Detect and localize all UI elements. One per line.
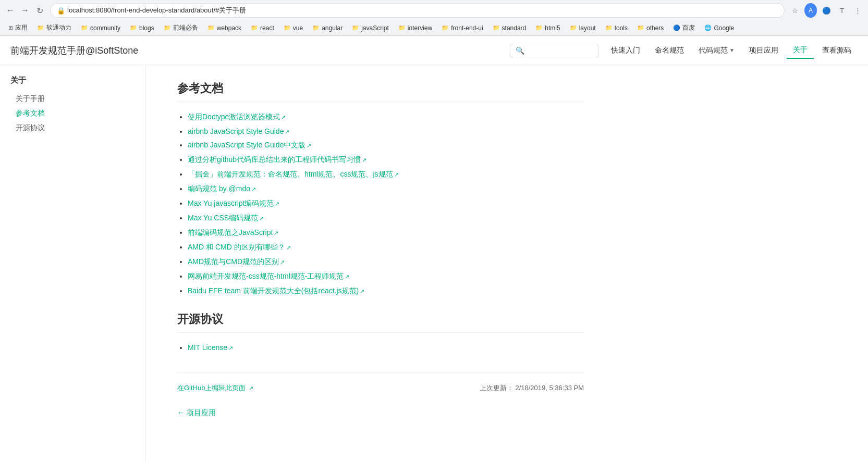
link-text: AMD规范与CMD规范的区别 bbox=[188, 257, 279, 266]
bookmark-blogs[interactable]: 📁 blogs bbox=[126, 23, 158, 33]
chevron-down-icon: ▼ bbox=[729, 47, 735, 53]
nav-naming-rules[interactable]: 命名规范 bbox=[649, 43, 690, 58]
nav-quick-start[interactable]: 快速入门 bbox=[605, 43, 646, 58]
list-item: airbnb JavaScript Style Guide中文版↗ bbox=[188, 141, 584, 150]
ref-link-12[interactable]: 网易前端开发规范-css规范-html规范-工程师规范↗ bbox=[188, 272, 349, 280]
bookmark-ruantong[interactable]: 📁 软通动力 bbox=[33, 22, 76, 33]
bookmark-angular[interactable]: 📁 angular bbox=[308, 23, 347, 33]
link-text: 前端编码规范之JavaScript bbox=[188, 228, 273, 236]
sidebar-item-about-manual[interactable]: 关于手册 bbox=[10, 92, 135, 106]
bookmark-javascript[interactable]: 📁 javaScript bbox=[348, 23, 393, 33]
bookmark-standard[interactable]: 📁 standard bbox=[488, 23, 531, 33]
bookmark-community[interactable]: 📁 community bbox=[77, 23, 125, 33]
last-updated-label: 上次更新： bbox=[480, 384, 514, 392]
folder-icon: 📁 bbox=[164, 24, 171, 31]
ref-link-4[interactable]: 通过分析github代码库总结出来的工程师代码书写习惯↗ bbox=[188, 155, 366, 164]
nav-view-source[interactable]: 查看源码 bbox=[816, 43, 858, 58]
mit-license-link[interactable]: MIT License↗ bbox=[188, 343, 233, 352]
bookmark-tools[interactable]: 📁 tools bbox=[601, 23, 632, 33]
ref-link-7[interactable]: Max Yu javascript编码规范↗ bbox=[188, 199, 279, 207]
bookmark-apps[interactable]: ⊞ 应用 bbox=[4, 22, 32, 33]
app-header: 前端开发规范手册@iSoftStone 🔍 快速入门 命名规范 代码规范 ▼ 项… bbox=[0, 36, 868, 65]
bookmark-frontend-ui[interactable]: 📁 front-end-ui bbox=[437, 23, 487, 33]
list-item: 使用Doctype激活浏览器模式↗ bbox=[188, 113, 584, 122]
bookmark-label: webpack bbox=[217, 24, 241, 32]
external-link-icon: ↗ bbox=[228, 345, 233, 351]
bookmark-label: vue bbox=[293, 24, 303, 32]
link-text: MIT License bbox=[188, 343, 227, 352]
bookmark-vue[interactable]: 📁 vue bbox=[279, 23, 307, 33]
bookmark-label: react bbox=[260, 24, 274, 32]
folder-icon: 📁 bbox=[207, 24, 215, 31]
ref-link-2[interactable]: airbnb JavaScript Style Guide↗ bbox=[188, 127, 289, 135]
nav-project-app[interactable]: 项目应用 bbox=[743, 43, 785, 58]
page-footer: 在GitHub上编辑此页面 ↗ 上次更新： 2/18/2019, 5:36:33… bbox=[177, 372, 584, 393]
ref-link-8[interactable]: Max Yu CSS编码规范↗ bbox=[188, 214, 264, 222]
bookmark-frontend-required[interactable]: 📁 前端必备 bbox=[160, 22, 202, 33]
bookmark-label: angular bbox=[322, 24, 343, 32]
back-button[interactable]: ← bbox=[4, 4, 17, 17]
edit-on-github-link[interactable]: 在GitHub上编辑此页面 ↗ bbox=[177, 383, 253, 393]
external-link-icon: ↗ bbox=[259, 215, 264, 221]
ref-link-10[interactable]: AMD 和 CMD 的区别有哪些？↗ bbox=[188, 243, 291, 251]
bookmark-label: 前端必备 bbox=[173, 23, 198, 32]
bookmark-baidu[interactable]: 🔵 百度 bbox=[669, 22, 699, 33]
external-link-icon: ↗ bbox=[285, 129, 289, 135]
bookmark-label: front-end-ui bbox=[451, 24, 483, 32]
ref-link-9[interactable]: 前端编码规范之JavaScript↗ bbox=[188, 228, 278, 236]
link-text: Max Yu javascript编码规范 bbox=[188, 199, 274, 207]
apps-icon: ⊞ bbox=[8, 24, 13, 31]
bookmark-others[interactable]: 📁 others bbox=[633, 23, 668, 33]
link-text: 通过分析github代码库总结出来的工程师代码书写习惯 bbox=[188, 155, 361, 164]
list-item: AMD 和 CMD 的区别有哪些？↗ bbox=[188, 243, 584, 252]
bookmark-star-button[interactable]: ☆ bbox=[789, 4, 801, 17]
link-text: 「掘金」前端开发规范：命名规范、html规范、css规范、js规范 bbox=[188, 170, 393, 178]
list-item: 通过分析github代码库总结出来的工程师代码书写习惯↗ bbox=[188, 155, 584, 165]
prev-label: 项目应用 bbox=[187, 408, 216, 417]
address-bar[interactable]: 🔒 localhost:8080/front-end-develop-stand… bbox=[50, 3, 785, 18]
bookmark-react[interactable]: 📁 react bbox=[247, 23, 278, 33]
folder-icon: 📁 bbox=[130, 24, 137, 31]
sidebar-item-open-source[interactable]: 开源协议 bbox=[10, 121, 135, 135]
bookmark-label: community bbox=[90, 24, 120, 32]
translate-button[interactable]: T bbox=[836, 4, 848, 17]
bookmark-google[interactable]: 🌐 Google bbox=[700, 23, 738, 33]
ref-link-6[interactable]: 编码规范 by @mdo↗ bbox=[188, 184, 256, 193]
baidu-icon: 🔵 bbox=[673, 24, 680, 31]
bookmarks-bar: ⊞ 应用 📁 软通动力 📁 community 📁 blogs 📁 前端必备 📁… bbox=[0, 21, 868, 35]
list-item: MIT License↗ bbox=[188, 343, 584, 352]
forward-button[interactable]: → bbox=[19, 4, 31, 17]
ref-link-5[interactable]: 「掘金」前端开发规范：命名规范、html规范、css规范、js规范↗ bbox=[188, 170, 399, 178]
menu-button[interactable]: ⋮ bbox=[851, 4, 864, 17]
lock-icon: 🔒 bbox=[57, 7, 65, 15]
ref-link-13[interactable]: Baidu EFE team 前端开发规范大全(包括react.js规范)↗ bbox=[188, 286, 364, 295]
ref-link-3[interactable]: airbnb JavaScript Style Guide中文版↗ bbox=[188, 141, 311, 149]
bookmark-label: Google bbox=[714, 24, 734, 32]
link-text: 使用Doctype激活浏览器模式 bbox=[188, 113, 280, 121]
external-link-icon: ↗ bbox=[394, 171, 399, 178]
bookmark-html5[interactable]: 📁 html5 bbox=[531, 23, 564, 33]
search-input[interactable] bbox=[528, 46, 595, 54]
list-item: Max Yu CSS编码规范↗ bbox=[188, 214, 584, 223]
link-text: Baidu EFE team 前端开发规范大全(包括react.js规范) bbox=[188, 286, 359, 295]
profile-button[interactable]: A bbox=[804, 4, 817, 17]
last-updated-value: 2/18/2019, 5:36:33 PM bbox=[515, 384, 584, 392]
prev-link[interactable]: ← 项目应用 bbox=[177, 408, 216, 417]
nav-code-rules[interactable]: 代码规范 ▼ bbox=[692, 43, 741, 58]
bookmark-layout[interactable]: 📁 layout bbox=[566, 23, 600, 33]
nav-about[interactable]: 关于 bbox=[787, 42, 814, 59]
ref-link-11[interactable]: AMD规范与CMD规范的区别↗ bbox=[188, 257, 285, 266]
bookmark-interview[interactable]: 📁 interview bbox=[394, 23, 436, 33]
link-text: airbnb JavaScript Style Guide bbox=[188, 127, 284, 135]
prev-arrow: ← bbox=[177, 408, 185, 417]
bookmark-label: html5 bbox=[545, 24, 560, 32]
reload-button[interactable]: ↻ bbox=[33, 4, 46, 17]
sidebar-item-reference-docs[interactable]: 参考文档 bbox=[10, 106, 135, 121]
ref-link-1[interactable]: 使用Doctype激活浏览器模式↗ bbox=[188, 113, 286, 121]
bookmark-webpack[interactable]: 📁 webpack bbox=[203, 23, 246, 33]
reference-docs-list: 使用Doctype激活浏览器模式↗ airbnb JavaScript Styl… bbox=[177, 113, 584, 296]
extension-button[interactable]: 🔵 bbox=[820, 4, 833, 17]
browser-actions: ☆ A 🔵 T ⋮ bbox=[789, 4, 864, 17]
search-bar[interactable]: 🔍 bbox=[510, 44, 598, 57]
external-link-icon: ↗ bbox=[275, 201, 279, 207]
